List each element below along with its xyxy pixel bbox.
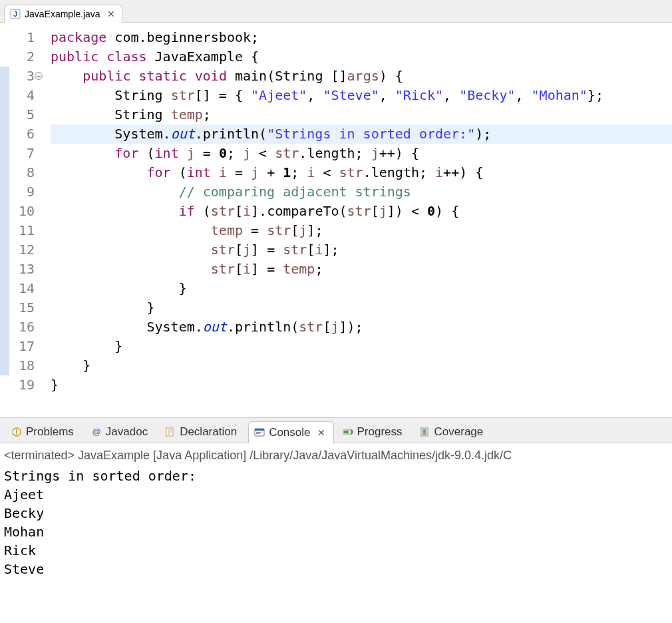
code-line[interactable]: for (int j = 0; j < str.length; j++) {: [51, 144, 672, 163]
code-editor[interactable]: 12345678910111213141516171819 package co…: [0, 23, 672, 400]
tab-label: Progress: [357, 425, 403, 439]
tab-coverage[interactable]: Coverage: [414, 421, 492, 443]
code-line[interactable]: for (int i = j + 1; i < str.length; i++)…: [51, 163, 672, 182]
svg-text:J: J: [13, 10, 17, 18]
line-number: 18: [9, 356, 35, 375]
declaration-icon: [165, 427, 176, 437]
tab-progress[interactable]: Progress: [337, 421, 411, 443]
svg-rect-16: [422, 431, 426, 433]
svg-rect-9: [256, 432, 261, 433]
line-number-gutter: 12345678910111213141516171819: [9, 23, 39, 400]
line-number: 4: [9, 86, 35, 105]
svg-rect-17: [422, 433, 426, 435]
code-content[interactable]: package com.beginnersbook;public class J…: [39, 23, 672, 400]
line-number: 6: [9, 124, 35, 144]
code-line[interactable]: str[i] = temp;: [51, 260, 672, 279]
code-line[interactable]: // comparing adjacent strings: [51, 182, 672, 202]
console-icon: [254, 427, 265, 438]
console-output[interactable]: Strings in sorted order: Ajeet Becky Moh…: [4, 467, 668, 578]
line-number: 19: [9, 375, 35, 395]
code-line[interactable]: public static void main(String []args) {: [51, 67, 672, 86]
code-line[interactable]: }: [51, 337, 672, 356]
close-icon[interactable]: ✕: [317, 427, 325, 438]
javadoc-icon: @: [91, 427, 102, 437]
code-line[interactable]: public class JavaExample {: [51, 47, 672, 67]
svg-rect-3: [16, 429, 17, 433]
problems-icon: [11, 427, 22, 437]
code-line[interactable]: }: [51, 375, 672, 395]
svg-rect-12: [344, 431, 349, 433]
coverage-icon: [420, 427, 430, 437]
java-file-icon: J: [10, 9, 21, 19]
bottom-tabbar: Problems@JavadocDeclarationConsole✕Progr…: [0, 418, 672, 443]
console-status: <terminated> JavaExample [Java Applicati…: [4, 446, 668, 467]
editor-tab[interactable]: J JavaExample.java ✕: [4, 5, 122, 23]
code-line[interactable]: if (str[i].compareTo(str[j]) < 0) {: [51, 202, 672, 221]
tab-label: Coverage: [434, 425, 484, 439]
line-number: 3: [9, 67, 35, 86]
change-ruler: [0, 23, 9, 400]
line-number: 16: [9, 317, 35, 337]
line-number: 9: [9, 182, 35, 202]
svg-rect-15: [422, 429, 426, 431]
editor-tab-filename: JavaExample.java: [25, 9, 100, 19]
line-number: 2: [9, 47, 35, 67]
line-number: 15: [9, 298, 35, 317]
svg-rect-10: [256, 433, 259, 434]
line-number: 11: [9, 221, 35, 240]
line-number: 1: [9, 28, 35, 47]
fold-toggle-icon[interactable]: [35, 72, 43, 80]
code-line[interactable]: }: [51, 356, 672, 375]
line-number: 7: [9, 144, 35, 163]
tab-console[interactable]: Console✕: [248, 421, 333, 443]
progress-icon: [343, 427, 353, 437]
tab-label: Problems: [26, 425, 74, 439]
line-number: 5: [9, 105, 35, 124]
svg-rect-8: [255, 429, 264, 431]
editor-tabbar: J JavaExample.java ✕: [0, 0, 672, 23]
code-line[interactable]: String str[] = { "Ajeet", "Steve", "Rick…: [51, 86, 672, 105]
line-number: 12: [9, 240, 35, 260]
tab-label: Declaration: [180, 425, 237, 439]
svg-text:@: @: [92, 427, 100, 437]
code-line[interactable]: System.out.println(str[j]);: [51, 317, 672, 337]
line-number: 10: [9, 202, 35, 221]
code-line[interactable]: package com.beginnersbook;: [51, 28, 672, 47]
code-line[interactable]: }: [51, 279, 672, 298]
code-line[interactable]: String temp;: [51, 105, 672, 124]
tab-declaration[interactable]: Declaration: [159, 421, 246, 443]
line-number: 8: [9, 163, 35, 182]
line-number: 14: [9, 279, 35, 298]
console-view: <terminated> JavaExample [Java Applicati…: [0, 443, 672, 592]
tab-label: Javadoc: [106, 425, 148, 439]
close-icon[interactable]: ✕: [107, 9, 115, 19]
tab-javadoc[interactable]: @Javadoc: [85, 421, 156, 443]
bottom-panel: Problems@JavadocDeclarationConsole✕Progr…: [0, 417, 672, 592]
code-line[interactable]: System.out.println("Strings in sorted or…: [51, 124, 672, 144]
code-line[interactable]: str[j] = str[i];: [51, 240, 672, 260]
tab-label: Console: [269, 426, 310, 439]
svg-rect-4: [16, 433, 17, 435]
code-line[interactable]: }: [51, 298, 672, 317]
tab-problems[interactable]: Problems: [5, 421, 83, 443]
line-number: 13: [9, 260, 35, 279]
line-number: 17: [9, 337, 35, 356]
code-line[interactable]: temp = str[j];: [51, 221, 672, 240]
